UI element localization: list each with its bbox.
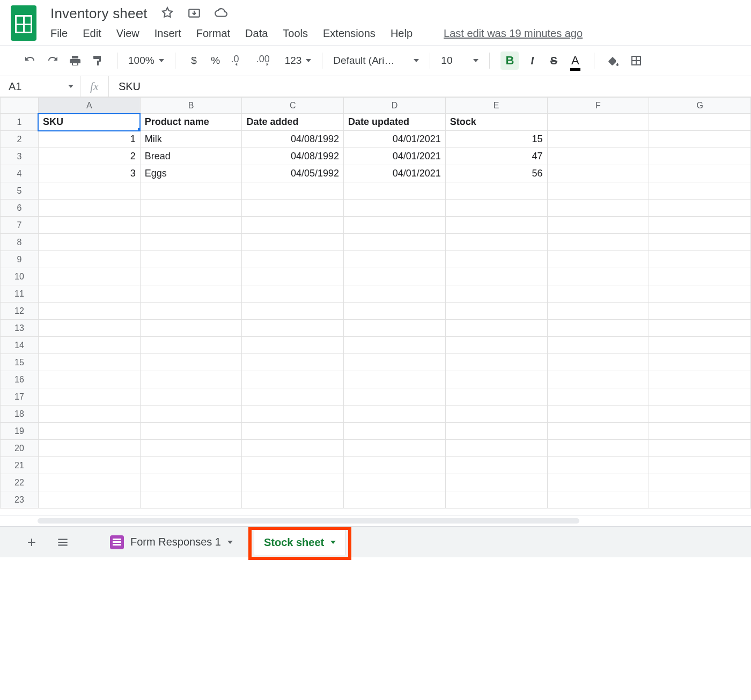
column-header-G[interactable]: G [649, 98, 751, 114]
cell-E2[interactable]: 15 [445, 131, 547, 148]
fill-color-button[interactable] [605, 51, 622, 70]
cell-D6[interactable] [344, 200, 446, 217]
cell-F3[interactable] [547, 148, 649, 165]
cell-E10[interactable] [445, 268, 547, 285]
cell-F16[interactable] [547, 371, 649, 388]
paint-format-button[interactable] [89, 51, 106, 70]
cell-D19[interactable] [344, 423, 446, 440]
row-header[interactable]: 10 [1, 268, 39, 285]
cell-C19[interactable] [242, 423, 344, 440]
bold-button[interactable]: B [500, 51, 519, 70]
cell-F9[interactable] [547, 251, 649, 268]
cell-D22[interactable] [344, 474, 446, 491]
cell-A9[interactable] [38, 251, 140, 268]
cell-A22[interactable] [38, 474, 140, 491]
row-header[interactable]: 3 [1, 148, 39, 165]
cell-A11[interactable] [38, 285, 140, 303]
cell-D13[interactable] [344, 320, 446, 337]
cell-C20[interactable] [242, 440, 344, 457]
cell-F6[interactable] [547, 200, 649, 217]
cell-E4[interactable]: 56 [445, 165, 547, 182]
cell-D20[interactable] [344, 440, 446, 457]
cell-D3[interactable]: 04/01/2021 [344, 148, 446, 165]
strikethrough-button[interactable]: S [546, 51, 562, 70]
cell-A2[interactable]: 1 [38, 131, 140, 148]
cell-D21[interactable] [344, 457, 446, 474]
cell-B13[interactable] [140, 320, 242, 337]
cell-D11[interactable] [344, 285, 446, 303]
menu-insert[interactable]: Insert [154, 27, 181, 40]
cell-A17[interactable] [38, 388, 140, 406]
cell-E12[interactable] [445, 303, 547, 320]
menu-help[interactable]: Help [391, 27, 413, 40]
cell-G20[interactable] [649, 440, 751, 457]
cell-G22[interactable] [649, 474, 751, 491]
cell-C16[interactable] [242, 371, 344, 388]
cell-G4[interactable] [649, 165, 751, 182]
cell-A3[interactable]: 2 [38, 148, 140, 165]
cloud-status-icon[interactable] [214, 6, 228, 21]
cell-B20[interactable] [140, 440, 242, 457]
column-header-F[interactable]: F [547, 98, 649, 114]
cell-B23[interactable] [140, 491, 242, 509]
cell-F2[interactable] [547, 131, 649, 148]
cell-C23[interactable] [242, 491, 344, 509]
cell-D12[interactable] [344, 303, 446, 320]
cell-D5[interactable] [344, 182, 446, 200]
cell-D4[interactable]: 04/01/2021 [344, 165, 446, 182]
cell-E8[interactable] [445, 234, 547, 251]
cell-F1[interactable] [547, 114, 649, 131]
row-header[interactable]: 17 [1, 388, 39, 406]
cell-A8[interactable] [38, 234, 140, 251]
menu-data[interactable]: Data [245, 27, 268, 40]
cell-A5[interactable] [38, 182, 140, 200]
sheets-logo-icon[interactable] [11, 5, 36, 41]
cell-F23[interactable] [547, 491, 649, 509]
star-icon[interactable] [160, 6, 174, 21]
cell-D16[interactable] [344, 371, 446, 388]
cell-C17[interactable] [242, 388, 344, 406]
column-header-B[interactable]: B [140, 98, 242, 114]
cell-C3[interactable]: 04/08/1992 [242, 148, 344, 165]
row-header[interactable]: 14 [1, 337, 39, 354]
cell-A21[interactable] [38, 457, 140, 474]
cell-D9[interactable] [344, 251, 446, 268]
cell-A6[interactable] [38, 200, 140, 217]
cell-E1[interactable]: Stock [445, 114, 547, 131]
cell-B14[interactable] [140, 337, 242, 354]
row-header[interactable]: 6 [1, 200, 39, 217]
cell-B19[interactable] [140, 423, 242, 440]
cell-G16[interactable] [649, 371, 751, 388]
cell-A7[interactable] [38, 217, 140, 234]
cell-F5[interactable] [547, 182, 649, 200]
cell-F19[interactable] [547, 423, 649, 440]
cell-C21[interactable] [242, 457, 344, 474]
cell-B8[interactable] [140, 234, 242, 251]
row-header[interactable]: 18 [1, 406, 39, 423]
cell-C9[interactable] [242, 251, 344, 268]
cell-G15[interactable] [649, 354, 751, 371]
cell-G2[interactable] [649, 131, 751, 148]
cell-A18[interactable] [38, 406, 140, 423]
column-header-A[interactable]: A [38, 98, 140, 114]
undo-button[interactable] [21, 51, 39, 70]
move-icon[interactable] [187, 6, 201, 21]
cell-E9[interactable] [445, 251, 547, 268]
cell-B7[interactable] [140, 217, 242, 234]
cell-B5[interactable] [140, 182, 242, 200]
cell-B3[interactable]: Bread [140, 148, 242, 165]
cell-C10[interactable] [242, 268, 344, 285]
cell-D14[interactable] [344, 337, 446, 354]
cell-F14[interactable] [547, 337, 649, 354]
cell-A15[interactable] [38, 354, 140, 371]
cell-G11[interactable] [649, 285, 751, 303]
cell-B12[interactable] [140, 303, 242, 320]
cell-G5[interactable] [649, 182, 751, 200]
column-header-C[interactable]: C [242, 98, 344, 114]
cell-B2[interactable]: Milk [140, 131, 242, 148]
cell-B18[interactable] [140, 406, 242, 423]
cell-E22[interactable] [445, 474, 547, 491]
cell-B22[interactable] [140, 474, 242, 491]
cell-F11[interactable] [547, 285, 649, 303]
row-header[interactable]: 4 [1, 165, 39, 182]
